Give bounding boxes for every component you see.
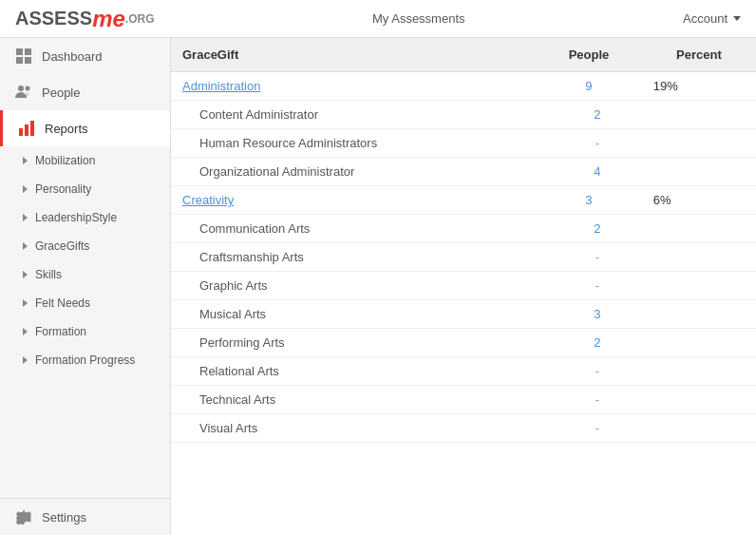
svg-rect-1 <box>25 48 31 55</box>
people-count: 9 <box>536 72 642 101</box>
svg-rect-3 <box>25 57 31 64</box>
skills-label: Skills <box>35 268 62 281</box>
dash-icon: - <box>595 421 599 435</box>
dash-icon: - <box>595 250 599 264</box>
svg-rect-2 <box>16 57 23 64</box>
dash-icon: - <box>595 278 599 293</box>
sub-percent-value <box>642 158 756 186</box>
sub-people-number: 3 <box>594 307 600 321</box>
header-nav: My Assessments <box>372 11 465 26</box>
chevron-leadership-icon <box>23 214 28 221</box>
col-percent: Percent <box>642 38 756 72</box>
people-number: 9 <box>585 79 592 93</box>
grace-gift-name[interactable]: Administration <box>171 72 536 101</box>
sub-percent-value <box>642 101 756 129</box>
grace-gift-name[interactable]: Creativity <box>171 186 536 215</box>
chevron-personality-icon <box>23 185 28 193</box>
dash-icon: - <box>595 136 599 150</box>
sidebar-sub-skills[interactable]: Skills <box>0 260 170 289</box>
sub-people-count: - <box>536 414 642 443</box>
sub-people-count: 2 <box>536 329 642 357</box>
account-label: Account <box>683 11 728 26</box>
table-row: Visual Arts- <box>171 414 756 443</box>
sidebar-sub-personality[interactable]: Personality <box>0 175 170 203</box>
sub-item-name: Human Resource Administrators <box>171 129 536 158</box>
sidebar-sub-formation[interactable]: Formation <box>0 317 170 346</box>
sub-people-number: 2 <box>594 107 600 122</box>
sub-item-name: Technical Arts <box>171 386 536 414</box>
svg-rect-8 <box>30 121 34 136</box>
sidebar-item-dashboard[interactable]: Dashboard <box>0 38 170 74</box>
sub-percent-value <box>642 243 756 272</box>
table-row: Performing Arts2 <box>171 329 756 357</box>
sidebar-item-reports[interactable]: Reports <box>0 110 170 146</box>
reports-label: Reports <box>45 122 88 136</box>
table-row: Graphic Arts- <box>171 272 756 300</box>
grace-gift-table: GraceGift People Percent Administration9… <box>171 38 756 443</box>
sidebar-sub-mobilization[interactable]: Mobilization <box>0 146 170 175</box>
percent-value: 6% <box>642 186 756 215</box>
sub-people-number: 4 <box>594 164 600 179</box>
table-row: Musical Arts3 <box>171 300 756 329</box>
sidebar-item-settings[interactable]: Settings <box>0 499 170 535</box>
sub-people-count: - <box>536 272 642 300</box>
grid-icon <box>15 48 32 65</box>
sub-percent-value <box>642 215 756 243</box>
sub-people-count: 2 <box>536 215 642 243</box>
content-area: GraceGift People Percent Administration9… <box>171 38 756 535</box>
felt-needs-label: Felt Needs <box>35 296 90 310</box>
sub-people-count: - <box>536 386 642 414</box>
people-label: People <box>42 86 80 100</box>
dash-icon: - <box>595 364 599 378</box>
people-number: 3 <box>585 193 592 207</box>
grace-gift-link[interactable]: Administration <box>182 79 260 93</box>
svg-rect-6 <box>19 128 23 136</box>
personality-label: Personality <box>35 182 91 196</box>
svg-rect-0 <box>16 48 23 55</box>
chevron-skills-icon <box>23 271 28 278</box>
svg-point-5 <box>26 86 30 91</box>
sub-item-name: Relational Arts <box>171 357 536 386</box>
sub-percent-value <box>642 414 756 443</box>
sub-people-count: - <box>536 129 642 158</box>
sub-percent-value <box>642 386 756 414</box>
sidebar-sub-grace-gifts[interactable]: GraceGifts <box>0 232 170 260</box>
sidebar-sub-leadership-style[interactable]: LeadershipStyle <box>0 203 170 232</box>
sub-people-number: 2 <box>594 335 600 350</box>
sub-people-count: 4 <box>536 158 642 186</box>
logo-me: me <box>92 6 125 32</box>
table-row: Relational Arts- <box>171 357 756 386</box>
logo-assess: ASSESS <box>15 8 92 29</box>
people-icon <box>15 84 32 101</box>
table-row: Organizational Administrator4 <box>171 158 756 186</box>
sub-percent-value <box>642 329 756 357</box>
sub-item-name: Graphic Arts <box>171 272 536 300</box>
sidebar-item-people[interactable]: People <box>0 74 170 110</box>
chevron-formation-icon <box>23 328 28 335</box>
table-header-row: GraceGift People Percent <box>171 38 756 72</box>
sub-item-name: Visual Arts <box>171 414 536 443</box>
sub-item-name: Content Administrator <box>171 101 536 129</box>
sub-item-name: Craftsmanship Arts <box>171 243 536 272</box>
sub-percent-value <box>642 300 756 329</box>
table-row: Human Resource Administrators- <box>171 129 756 158</box>
grace-gift-link[interactable]: Creativity <box>182 193 234 207</box>
my-assessments-link[interactable]: My Assessments <box>372 11 465 26</box>
formation-label: Formation <box>35 325 86 338</box>
logo-org: .ORG <box>125 12 155 26</box>
sidebar-sub-formation-progress[interactable]: Formation Progress <box>0 346 170 374</box>
table-row: Administration919% <box>171 72 756 101</box>
sub-percent-value <box>642 129 756 158</box>
table-row: Communication Arts2 <box>171 215 756 243</box>
sub-item-name: Communication Arts <box>171 215 536 243</box>
table-row: Craftsmanship Arts- <box>171 243 756 272</box>
chevron-grace-gifts-icon <box>23 242 28 250</box>
col-grace-gift: GraceGift <box>171 38 536 72</box>
header: ASSESSme.ORG My Assessments Account <box>0 0 756 38</box>
chevron-felt-needs-icon <box>23 299 28 307</box>
logo: ASSESSme.ORG <box>15 6 155 32</box>
sub-people-count: 3 <box>536 300 642 329</box>
sub-percent-value <box>642 272 756 300</box>
account-menu[interactable]: Account <box>683 11 741 26</box>
sidebar-sub-felt-needs[interactable]: Felt Needs <box>0 289 170 317</box>
